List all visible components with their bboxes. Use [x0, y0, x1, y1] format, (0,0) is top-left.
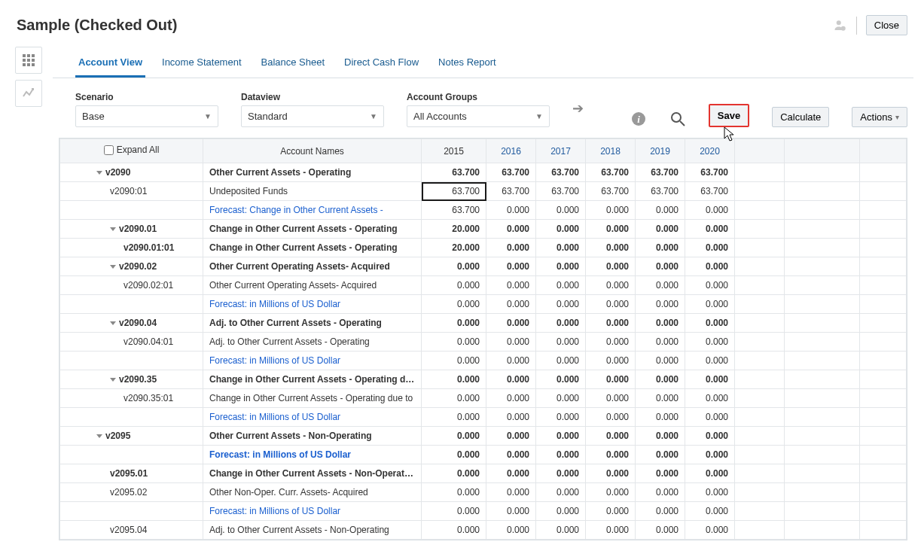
cell-value[interactable]: 0.000 — [586, 295, 636, 314]
cell-value[interactable]: 0.000 — [685, 389, 735, 408]
cell-value[interactable]: 0.000 — [586, 446, 636, 464]
cell-value[interactable]: 0.000 — [636, 521, 685, 540]
cell-value[interactable]: 0.000 — [422, 295, 486, 314]
cell-value[interactable]: 0.000 — [685, 352, 735, 370]
chart-view-button[interactable] — [15, 80, 42, 107]
cell-value[interactable]: 0.000 — [486, 333, 536, 352]
cell-value[interactable]: 0.000 — [536, 389, 586, 408]
cell-value[interactable]: 63.700 — [422, 201, 486, 220]
cell-value[interactable]: 0.000 — [685, 201, 735, 220]
cell-value[interactable]: 0.000 — [536, 295, 586, 314]
year-2015[interactable]: 2015 — [422, 139, 486, 163]
cell-value[interactable]: 0.000 — [422, 352, 486, 370]
info-icon[interactable]: i — [630, 111, 647, 127]
cell-value[interactable]: 63.700 — [636, 182, 685, 201]
account-code[interactable]: v2090.35 — [60, 370, 203, 389]
cell-value[interactable]: 0.000 — [685, 295, 735, 314]
tab-balance-sheet[interactable]: Balance Sheet — [258, 52, 328, 78]
cell-value[interactable]: 0.000 — [536, 502, 586, 521]
account-code[interactable]: v2090.01 — [60, 220, 203, 239]
cell-value[interactable]: 0.000 — [586, 389, 636, 408]
cell-value[interactable]: 0.000 — [586, 521, 636, 540]
close-button[interactable]: Close — [866, 15, 907, 35]
expand-all-header[interactable]: Expand All — [60, 139, 203, 163]
year-2020[interactable]: 2020 — [685, 139, 735, 163]
account-code[interactable] — [60, 502, 203, 521]
cell-value[interactable]: 0.000 — [486, 483, 536, 502]
cell-value[interactable]: 0.000 — [636, 295, 685, 314]
save-button[interactable]: Save — [709, 104, 749, 127]
cell-value[interactable]: 0.000 — [422, 370, 486, 389]
cell-value[interactable]: 0.000 — [536, 427, 586, 446]
cell-value[interactable]: 0.000 — [536, 239, 586, 257]
cell-value[interactable]: 0.000 — [636, 201, 685, 220]
cell-value[interactable]: 20.000 — [422, 220, 486, 239]
cell-value[interactable]: 0.000 — [536, 257, 586, 276]
cell-value[interactable]: 0.000 — [636, 464, 685, 483]
dataview-select[interactable]: Standard ▼ — [241, 105, 384, 127]
year-2016[interactable]: 2016 — [486, 139, 536, 163]
cell-value[interactable]: 0.000 — [636, 257, 685, 276]
account-code[interactable] — [60, 201, 203, 220]
cell-value[interactable]: 0.000 — [486, 257, 536, 276]
cell-value[interactable]: 0.000 — [586, 314, 636, 333]
cell-value[interactable]: 0.000 — [486, 408, 536, 427]
cell-value[interactable]: 0.000 — [422, 333, 486, 352]
account-code[interactable]: v2095.04 — [60, 521, 203, 540]
cell-value[interactable]: 0.000 — [536, 276, 586, 295]
cell-value[interactable]: 63.700 — [685, 182, 735, 201]
cell-value[interactable]: 0.000 — [586, 408, 636, 427]
account-code[interactable]: v2090.02 — [60, 257, 203, 276]
cell-value[interactable]: 63.700 — [422, 182, 486, 201]
forecast-link[interactable]: Forecast: Change in Other Current Assets… — [203, 201, 422, 220]
cell-value[interactable]: 0.000 — [636, 352, 685, 370]
user-icon[interactable] — [834, 19, 847, 32]
account-code[interactable] — [60, 352, 203, 370]
cell-value[interactable]: 0.000 — [586, 464, 636, 483]
year-2018[interactable]: 2018 — [586, 139, 636, 163]
cell-value[interactable]: 20.000 — [422, 239, 486, 257]
cell-value[interactable]: 0.000 — [486, 446, 536, 464]
cell-value[interactable]: 0.000 — [486, 502, 536, 521]
forecast-link[interactable]: Forecast: in Millions of US Dollar — [203, 295, 422, 314]
cell-value[interactable]: 0.000 — [536, 370, 586, 389]
cell-value[interactable]: 0.000 — [685, 502, 735, 521]
collapse-icon[interactable] — [110, 265, 116, 269]
cell-value[interactable]: 0.000 — [685, 446, 735, 464]
cell-value[interactable]: 63.700 — [422, 163, 486, 182]
cell-value[interactable]: 63.700 — [486, 163, 536, 182]
account-code[interactable] — [60, 408, 203, 427]
cell-value[interactable]: 0.000 — [486, 220, 536, 239]
collapse-icon[interactable] — [96, 434, 102, 438]
cell-value[interactable]: 0.000 — [586, 220, 636, 239]
cell-value[interactable]: 0.000 — [536, 220, 586, 239]
cell-value[interactable]: 0.000 — [486, 239, 536, 257]
expand-all-checkbox[interactable] — [104, 145, 114, 155]
cell-value[interactable]: 0.000 — [685, 314, 735, 333]
cell-value[interactable]: 63.700 — [486, 182, 536, 201]
cell-value[interactable]: 0.000 — [636, 446, 685, 464]
account-code[interactable]: v2090.04:01 — [60, 333, 203, 352]
cell-value[interactable]: 0.000 — [685, 464, 735, 483]
cell-value[interactable]: 0.000 — [422, 464, 486, 483]
cell-value[interactable]: 0.000 — [685, 370, 735, 389]
account-code[interactable]: v2090.04 — [60, 314, 203, 333]
cell-value[interactable]: 0.000 — [536, 314, 586, 333]
cell-value[interactable]: 0.000 — [486, 295, 536, 314]
cell-value[interactable]: 0.000 — [486, 314, 536, 333]
cell-value[interactable]: 0.000 — [536, 201, 586, 220]
cell-value[interactable]: 0.000 — [636, 502, 685, 521]
cell-value[interactable]: 63.700 — [685, 163, 735, 182]
cell-value[interactable]: 63.700 — [586, 182, 636, 201]
account-code[interactable]: v2090:01 — [60, 182, 203, 201]
account-code[interactable]: v2095.02 — [60, 483, 203, 502]
account-code[interactable] — [60, 446, 203, 464]
cell-value[interactable]: 0.000 — [636, 427, 685, 446]
collapse-icon[interactable] — [96, 171, 102, 175]
cell-value[interactable]: 0.000 — [536, 464, 586, 483]
cell-value[interactable]: 0.000 — [586, 276, 636, 295]
cell-value[interactable]: 0.000 — [486, 352, 536, 370]
cell-value[interactable]: 0.000 — [486, 276, 536, 295]
forecast-link[interactable]: Forecast: in Millions of US Dollar — [203, 502, 422, 521]
cell-value[interactable]: 0.000 — [685, 276, 735, 295]
